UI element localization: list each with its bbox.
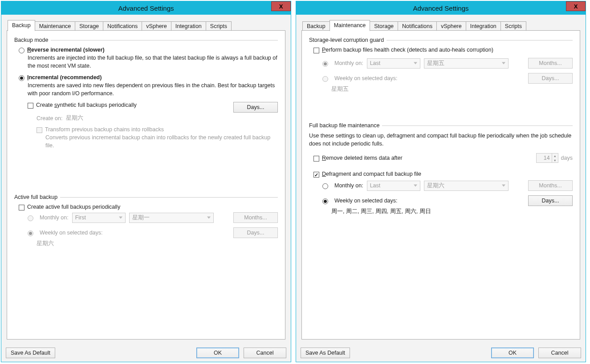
desc-incremental: Increments are saved into new files depe… bbox=[28, 82, 278, 97]
radio-reverse[interactable] bbox=[19, 48, 24, 53]
label-maint-weekly: Weekly on selected days: bbox=[334, 198, 398, 204]
row-maint-weekly[interactable]: Weekly on selected days: Days... bbox=[322, 195, 573, 206]
section-full-maint: Full backup file maintenance bbox=[309, 122, 573, 129]
opt-perform-health-check[interactable]: Perform backup files health check (detec… bbox=[313, 47, 573, 53]
opt-defrag[interactable]: Defragment and compact full backup file bbox=[313, 171, 573, 178]
maint-intro: Use these settings to clean up, defragme… bbox=[309, 132, 573, 148]
row-monthly-active: Monthly on: First 星期一 Months... bbox=[28, 212, 278, 223]
label-defrag: Defragment and compact full backup file bbox=[322, 171, 421, 177]
tabstrip: Backup Maintenance Storage Notifications… bbox=[7, 20, 285, 31]
tab-backup[interactable]: Backup bbox=[302, 21, 330, 31]
row-guard-weekly: Weekly on selected days: Days... bbox=[322, 73, 573, 84]
ok-button[interactable]: OK bbox=[491, 348, 534, 358]
section-corruption-guard: Storage-level corruption guard bbox=[309, 37, 573, 43]
months-button-maint: Months... bbox=[528, 180, 573, 191]
ok-button[interactable]: OK bbox=[196, 348, 239, 358]
radio-monthly-active bbox=[28, 215, 33, 221]
radio-incremental[interactable] bbox=[19, 75, 24, 81]
section-backup-mode: Backup mode bbox=[14, 37, 278, 43]
tab-integration[interactable]: Integration bbox=[171, 21, 206, 31]
radio-weekly-active bbox=[28, 231, 33, 236]
close-button[interactable]: X bbox=[566, 1, 586, 11]
label-guard-weekly: Weekly on selected days: bbox=[334, 75, 398, 81]
section-title: Full backup file maintenance bbox=[309, 122, 382, 129]
radio-guard-monthly bbox=[322, 61, 328, 67]
label-monthly-active: Monthly on: bbox=[40, 214, 69, 221]
radio-guard-weekly bbox=[322, 76, 328, 82]
select-guard-monthly-pos: Last bbox=[367, 58, 420, 69]
window-backup: Advanced Settings X Backup Maintenance S… bbox=[1, 1, 291, 362]
opt-remove-deleted[interactable]: Remove deleted items data after 14 ▲▼ da… bbox=[313, 153, 573, 163]
label-maint-monthly: Monthly on: bbox=[334, 182, 363, 189]
tab-vsphere[interactable]: vSphere bbox=[436, 21, 466, 31]
content: Backup Maintenance Storage Notifications… bbox=[296, 15, 586, 345]
section-title: Active full backup bbox=[14, 194, 60, 200]
select-monthly-day: 星期一 bbox=[129, 213, 214, 223]
tab-maintenance[interactable]: Maintenance bbox=[35, 21, 76, 31]
tab-maintenance[interactable]: Maintenance bbox=[330, 20, 370, 31]
checkbox-synthetic[interactable] bbox=[28, 103, 33, 109]
select-monthly-pos: First bbox=[72, 213, 126, 223]
opt-synthetic[interactable]: Create synthetic full backups periodical… bbox=[28, 102, 278, 113]
tab-storage[interactable]: Storage bbox=[75, 21, 103, 31]
guard-weekly-value: 星期五 bbox=[331, 85, 573, 93]
opt-create-active-full[interactable]: Create active full backups periodically bbox=[19, 204, 278, 210]
select-maint-monthly-pos: Last bbox=[367, 181, 420, 191]
window-title: Advanced Settings bbox=[1, 4, 291, 12]
checkbox-transform bbox=[37, 127, 42, 133]
cancel-button[interactable]: Cancel bbox=[538, 348, 581, 358]
label-synthetic: Create synthetic full backups periodical… bbox=[36, 102, 137, 108]
section-active-full: Active full backup bbox=[14, 194, 278, 200]
label-transform: Transform previous backup chains into ro… bbox=[45, 126, 164, 133]
tab-storage[interactable]: Storage bbox=[370, 21, 398, 31]
checkbox-defrag[interactable] bbox=[313, 172, 319, 178]
opt-reverse-incremental[interactable]: Reverse incremental (slower) bbox=[19, 47, 278, 53]
weekly-value-active: 星期六 bbox=[37, 240, 278, 247]
tab-body-backup: Backup mode Reverse incremental (slower)… bbox=[7, 30, 285, 340]
tabstrip: Backup Maintenance Storage Notifications… bbox=[301, 20, 580, 31]
section-title: Backup mode bbox=[14, 37, 51, 43]
tab-vsphere[interactable]: vSphere bbox=[142, 21, 171, 31]
section-rule bbox=[382, 125, 573, 126]
footer: Save As Default OK Cancel bbox=[296, 345, 586, 362]
days-button-maint[interactable]: Days... bbox=[528, 195, 573, 206]
content: Backup Maintenance Storage Notifications… bbox=[1, 15, 291, 345]
footer: Save As Default OK Cancel bbox=[1, 345, 291, 362]
days-button-synthetic[interactable]: Days... bbox=[233, 102, 278, 113]
days-button-guard: Days... bbox=[528, 73, 573, 84]
radio-maint-monthly[interactable] bbox=[322, 183, 328, 189]
window-title: Advanced Settings bbox=[296, 4, 586, 12]
checkbox-remove-deleted[interactable] bbox=[313, 156, 319, 162]
label-guard-monthly: Monthly on: bbox=[334, 60, 363, 66]
checkbox-health-check[interactable] bbox=[313, 48, 319, 53]
close-icon: X bbox=[574, 3, 578, 10]
titlebar: Advanced Settings X bbox=[1, 1, 291, 15]
tab-scripts[interactable]: Scripts bbox=[500, 21, 526, 31]
radio-maint-weekly[interactable] bbox=[322, 198, 328, 204]
tab-notifications[interactable]: Notifications bbox=[398, 21, 437, 31]
save-as-default-button[interactable]: Save As Default bbox=[6, 348, 55, 358]
spinner-remove-days: 14 ▲▼ bbox=[536, 153, 558, 163]
maint-weekly-value: 周一, 周二, 周三, 周四, 周五, 周六, 周日 bbox=[331, 208, 573, 215]
tab-scripts[interactable]: Scripts bbox=[206, 21, 232, 31]
checkbox-active-full[interactable] bbox=[19, 205, 24, 210]
opt-incremental[interactable]: Incremental (recommended) bbox=[19, 74, 278, 81]
section-rule bbox=[60, 197, 278, 198]
opt-transform: Transform previous backup chains into ro… bbox=[37, 126, 278, 133]
desc-transform: Converts previous incremental backup cha… bbox=[45, 134, 278, 150]
select-guard-monthly-day: 星期五 bbox=[424, 58, 509, 69]
tab-integration[interactable]: Integration bbox=[466, 21, 501, 31]
label-active-full: Create active full backups periodically bbox=[27, 204, 120, 210]
tab-backup[interactable]: Backup bbox=[8, 20, 35, 31]
label-reverse: Reverse incremental (slower) bbox=[27, 47, 105, 53]
row-guard-monthly: Monthly on: Last 星期五 Months... bbox=[322, 58, 573, 69]
row-weekly-active: Weekly on selected days: Days... bbox=[28, 227, 278, 238]
save-as-default-button[interactable]: Save As Default bbox=[301, 348, 350, 358]
desc-reverse: Increments are injected into the full ba… bbox=[28, 54, 278, 70]
row-maint-monthly[interactable]: Monthly on: Last 星期六 Months... bbox=[322, 180, 573, 191]
tab-notifications[interactable]: Notifications bbox=[103, 21, 142, 31]
label-days-suffix: days bbox=[561, 155, 573, 161]
close-button[interactable]: X bbox=[271, 1, 291, 11]
months-button-active: Months... bbox=[233, 212, 278, 223]
cancel-button[interactable]: Cancel bbox=[244, 348, 286, 358]
